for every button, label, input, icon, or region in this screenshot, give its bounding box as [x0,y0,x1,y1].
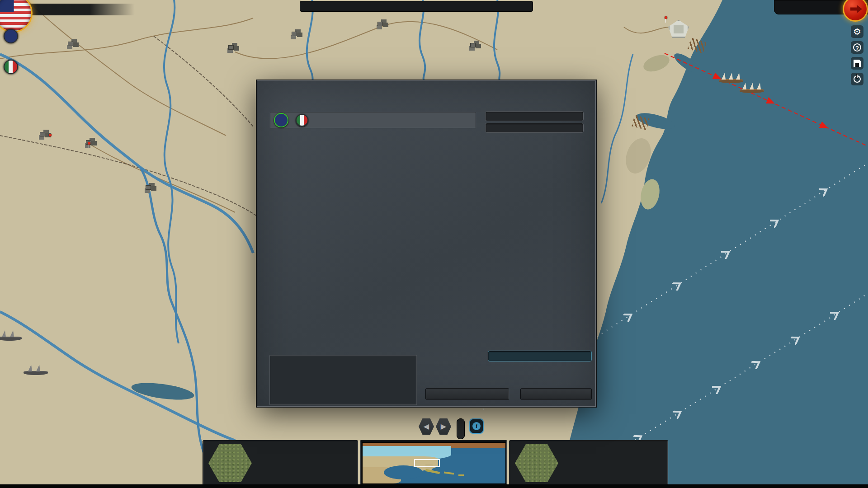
screen-bottom-bar [0,484,868,488]
forest-hex-thumbnail [208,444,252,482]
objective-pin [88,142,90,145]
next-unit-button[interactable]: ▶ [436,418,451,435]
pier-icon [688,38,707,54]
hex-info-panel-left [203,440,358,485]
research-dialog [257,80,596,407]
usa-resource-indicator [1,29,21,45]
table-button[interactable] [425,388,509,400]
usa-flag-tab[interactable] [274,113,288,127]
faction-resource-bar [22,4,135,15]
mexico-flag-icon[interactable] [4,60,18,74]
objective-pin [665,16,667,19]
minimap-island [458,474,464,476]
total-funding-box [485,123,584,133]
map-filter-icon-bar [457,418,465,439]
save-icon[interactable] [851,57,863,70]
town-icon [470,43,476,47]
nation-selector-strip [270,112,476,128]
tech-description [270,356,416,404]
navy-ship[interactable] [0,329,22,341]
charleston-fort-icon[interactable] [668,20,689,38]
help-icon[interactable]: ? [851,41,863,54]
mexico-flag-tab[interactable] [296,114,308,127]
town-selma-icon [40,132,45,136]
usa-flag-icon[interactable] [4,29,18,43]
power-exit-icon[interactable] [851,73,863,85]
available-mpp-box [485,111,584,121]
maximum-research-box [488,351,592,361]
diplomacy-relations-strip [300,1,533,12]
minimap-viewport[interactable] [414,459,440,467]
mexico-resource-indicator [1,60,21,75]
navy-ship[interactable] [24,363,48,375]
hex-info-panel-right [509,440,668,485]
minimap-hispaniola [444,471,454,474]
objective-pin [49,134,52,136]
town-icon [68,42,73,46]
pier-icon [632,115,650,130]
game-screen: ⚙ ? ◀ ▶ i [0,0,868,488]
town-icon [146,185,151,190]
town-icon [292,32,297,36]
union-fleet[interactable] [740,81,764,93]
forest-hex-thumbnail [515,444,558,482]
town-icon [377,22,383,26]
end-turn-arrow-icon [850,5,862,13]
info-button[interactable]: i [469,418,484,434]
minimap-gulf [384,465,422,479]
minimap-cuba [425,469,440,474]
settings-gear-icon[interactable]: ⚙ [851,25,863,38]
prev-unit-button[interactable]: ◀ [419,418,434,435]
close-button[interactable] [520,388,592,400]
town-icon [228,45,234,50]
minimap[interactable] [360,440,507,485]
